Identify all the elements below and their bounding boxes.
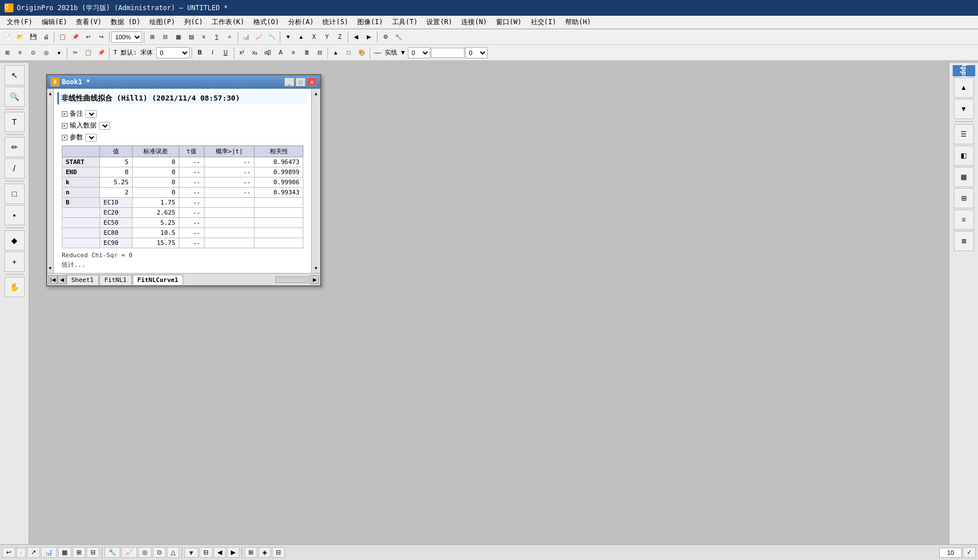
status-btn-r[interactable]: ◈ [258,547,271,558]
status-btn-d[interactable]: 📊 [41,547,57,558]
tb2-h[interactable]: 📌 [95,47,107,59]
tb-btn-b[interactable]: ⊟ [159,31,171,43]
align2-btn[interactable]: ≣ [301,47,313,59]
line-tool[interactable]: / [4,158,25,179]
tb2-d[interactable]: ◎ [40,47,52,59]
status-btn-a[interactable]: ↩ [2,547,15,558]
tb-btn-k[interactable]: ▼ [282,31,294,43]
menu-file[interactable]: 文件(F) [2,16,37,28]
scroll-up-arrow[interactable]: ▲ [49,91,52,96]
tb-btn-n[interactable]: ▶ [363,31,375,43]
tb-btn-h[interactable]: 📊 [240,31,252,43]
right-scrollbar[interactable]: ▲ ▼ [311,89,320,273]
underline-btn[interactable]: U [220,47,232,59]
zoom-select[interactable]: 100% 75% 50% 150% [111,31,142,43]
status-btn-p[interactable]: ▶ [227,547,239,558]
status-btn-f[interactable]: ⊞ [72,547,85,558]
merge-btn[interactable]: ⊟ [313,47,326,59]
tab-prev-btn[interactable]: ◀ [57,275,66,284]
vscroll-up[interactable]: ▲ [315,91,317,96]
tb-btn-a[interactable]: ⊞ [146,31,158,43]
line-width-select[interactable]: 0 [408,47,430,58]
menu-window[interactable]: 窗口(W) [492,16,526,28]
zoom-value-input[interactable] [939,548,962,558]
menu-worksheet[interactable]: 工作表(K) [207,16,249,28]
zoom-tool[interactable]: 🔍 [4,86,25,107]
close-btn[interactable]: ✕ [307,78,317,86]
status-btn-e[interactable]: ▦ [58,547,71,558]
tb-btn-i[interactable]: 📈 [253,31,265,43]
tab-fitnl1[interactable]: FitNL1 [99,275,132,285]
status-btn-c[interactable]: ↗ [27,547,40,558]
tb2-a[interactable]: ⊞ [1,47,13,59]
subscript-btn[interactable]: x₂ [249,47,261,59]
print-btn[interactable]: 🖨 [40,31,52,43]
menu-tools[interactable]: 工具(T) [388,16,422,28]
line-style-select[interactable]: 0 [465,47,488,58]
marker-tool[interactable]: + [4,252,25,272]
right-btn-e[interactable]: ▦ [954,167,974,187]
tb-btn-j[interactable]: 📉 [266,31,278,43]
tb2-f[interactable]: ✂ [69,47,81,59]
italic-btn[interactable]: I [207,47,219,59]
status-btn-h[interactable]: 🔧 [104,547,120,558]
status-btn-k[interactable]: ⊙ [153,547,166,558]
status-btn-m[interactable]: ▼ [184,548,198,558]
tb-btn-e[interactable]: ≡ [198,31,210,43]
tb-btn-y[interactable]: Y [321,31,333,43]
tb-btn-c[interactable]: ▦ [172,31,184,43]
notes-arrow[interactable]: ▸ [62,111,67,117]
shape-tool[interactable]: □ [4,184,25,204]
status-btn-n[interactable]: ⊟ [199,547,212,558]
fill-btn[interactable]: ▲ [330,47,342,59]
notes-combo[interactable] [85,110,97,118]
line-color-box[interactable] [431,48,465,58]
cursor-tool[interactable]: ↖ [4,65,25,85]
menu-analysis[interactable]: 分析(A) [284,16,319,28]
status-btn-q[interactable]: ⊞ [244,547,257,558]
undo-btn[interactable]: ↩ [82,31,94,43]
tb2-b[interactable]: ≡ [14,47,26,59]
align-btn[interactable]: ≡ [288,47,300,59]
paste-btn[interactable]: 📌 [69,31,81,43]
restore-btn[interactable]: □ [295,78,306,86]
menu-connect[interactable]: 连接(N) [457,16,492,28]
tb-btn-d[interactable]: ▤ [185,31,197,43]
apps-panel-btn[interactable]: Apps [953,65,975,76]
input-arrow[interactable]: ▸ [62,123,67,129]
tb-btn-m[interactable]: ◀ [350,31,362,43]
status-btn-o[interactable]: ◀ [213,547,226,558]
tb-btn-f[interactable]: ∑ [211,31,223,43]
tab-sheet1[interactable]: Sheet1 [66,275,99,285]
status-btn-g[interactable]: ⊟ [87,547,99,558]
left-scrollbar[interactable]: ▲ ▼ [47,89,54,273]
copy-btn[interactable]: 📋 [56,31,69,43]
data-tool[interactable]: ◆ [4,230,25,251]
tb-btn-o[interactable]: ⚙ [379,31,392,43]
superscript-btn[interactable]: x² [236,47,248,59]
font-select[interactable]: 0 [156,47,190,58]
tab-scrollbar[interactable] [275,276,309,283]
tb-btn-x[interactable]: X [308,31,320,43]
alpha-btn[interactable]: αβ [262,47,274,59]
pan-tool[interactable]: ✋ [4,277,25,297]
bold-btn[interactable]: B [194,47,206,59]
right-btn-f[interactable]: ⊞ [954,188,974,208]
tab-first-btn[interactable]: |◀ [48,275,57,284]
right-btn-h[interactable]: ≣ [954,231,974,251]
status-btn-j[interactable]: ◎ [138,547,152,558]
redo-btn[interactable]: ↪ [95,31,107,43]
text-tool[interactable]: T [4,112,25,132]
tb2-g[interactable]: 📋 [82,47,94,59]
tb-btn-p[interactable]: 🔧 [392,31,404,43]
tb2-e[interactable]: ● [53,47,65,59]
color-btn[interactable]: 🎨 [356,47,368,59]
status-btn-s[interactable]: ⊟ [272,547,285,558]
draw-tool[interactable]: ✏ [4,137,25,157]
minimize-btn[interactable]: _ [284,78,294,86]
params-combo[interactable] [85,134,97,142]
menu-plot[interactable]: 绘图(P) [145,16,180,28]
right-btn-c[interactable]: ☰ [954,124,974,144]
menu-view[interactable]: 查看(V) [71,16,106,28]
open-btn[interactable]: 📂 [14,31,26,43]
